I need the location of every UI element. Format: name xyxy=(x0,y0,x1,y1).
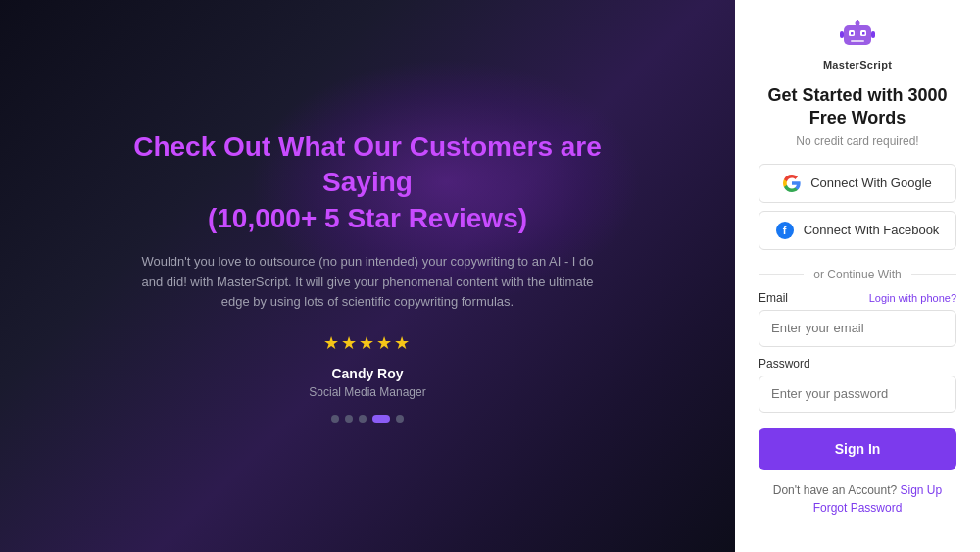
right-panel: MasterScript Get Started with 3000 Free … xyxy=(735,0,980,552)
svg-point-1 xyxy=(855,21,859,25)
forgot-password-link[interactable]: Forgot Password xyxy=(773,501,942,515)
google-icon xyxy=(783,175,801,192)
google-btn-label: Connect With Google xyxy=(810,176,932,190)
testimonial-section: Check Out What Our Customers are Saying … xyxy=(132,129,603,424)
star-rating: ★★★★★ xyxy=(132,332,603,354)
carousel-dots xyxy=(132,415,603,423)
left-panel: Check Out What Our Customers are Saying … xyxy=(0,0,735,552)
subtitle: No credit card required! xyxy=(796,134,918,148)
email-input[interactable] xyxy=(759,310,956,347)
svg-rect-7 xyxy=(851,40,864,42)
dot-2[interactable] xyxy=(345,415,353,423)
reviewer-title: Social Media Manager xyxy=(132,385,603,399)
facebook-icon: f xyxy=(776,222,794,239)
svg-rect-9 xyxy=(871,31,875,38)
dot-5[interactable] xyxy=(396,415,404,423)
signin-button[interactable]: Sign In xyxy=(759,428,956,470)
google-signin-button[interactable]: Connect With Google xyxy=(759,164,956,203)
main-heading: Check Out What Our Customers are Saying … xyxy=(132,129,603,236)
login-phone-link[interactable]: Login with phone? xyxy=(869,292,956,304)
svg-rect-5 xyxy=(851,32,854,35)
password-input[interactable] xyxy=(759,376,956,413)
logo-text: MasterScript xyxy=(823,59,892,71)
heading-normal: Check Out What Our Customers are Saying xyxy=(133,131,602,197)
divider: or Continue With xyxy=(759,268,956,281)
divider-line-left xyxy=(759,274,804,275)
logo-section: MasterScript xyxy=(823,20,892,71)
no-account-text: Don't have an Account? Sign Up xyxy=(773,483,942,497)
heading-highlight: (10,000+ 5 Star Reviews) xyxy=(208,203,527,233)
password-label: Password xyxy=(759,357,956,371)
testimonial-description: Wouldn't you love to outsource (no pun i… xyxy=(132,252,603,313)
reviewer-name: Candy Roy xyxy=(132,366,603,381)
dot-1[interactable] xyxy=(331,415,339,423)
divider-text: or Continue With xyxy=(813,268,901,281)
email-label: Email Login with phone? xyxy=(759,291,956,305)
email-group: Email Login with phone? xyxy=(759,291,956,347)
divider-line-right xyxy=(911,274,956,275)
signup-link[interactable]: Sign Up xyxy=(901,483,943,497)
dot-4[interactable] xyxy=(372,415,390,423)
facebook-signin-button[interactable]: f Connect With Facebook xyxy=(759,211,956,250)
bottom-links: Don't have an Account? Sign Up Forgot Pa… xyxy=(773,483,942,515)
facebook-btn-label: Connect With Facebook xyxy=(804,223,940,237)
svg-rect-6 xyxy=(862,32,865,35)
dot-3[interactable] xyxy=(359,415,367,423)
logo-icon xyxy=(836,20,879,55)
password-group: Password xyxy=(759,357,956,413)
page-title: Get Started with 3000 Free Words xyxy=(759,84,956,130)
svg-rect-8 xyxy=(840,31,844,38)
